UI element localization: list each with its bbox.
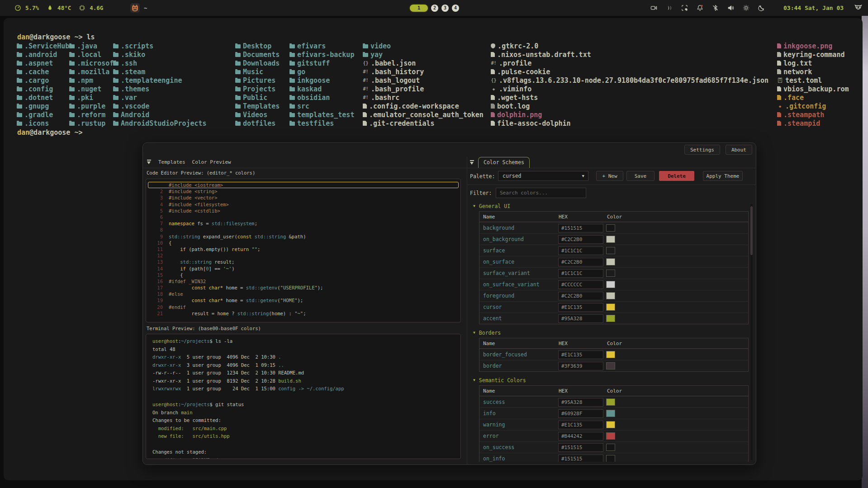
file-entry: .bash_logout bbox=[363, 76, 484, 85]
color-swatch[interactable] bbox=[606, 281, 615, 288]
color-swatch[interactable] bbox=[606, 398, 615, 406]
save-button[interactable]: Save bbox=[626, 171, 655, 181]
folder-icon bbox=[69, 70, 75, 74]
color-table: NameHEXColorbackground#151515on_backgrou… bbox=[479, 211, 749, 324]
color-swatch[interactable] bbox=[606, 247, 615, 254]
hex-input[interactable]: #E1C135 bbox=[558, 303, 603, 312]
top-bar: 5.7% 48°C 4.6G ~ 1 23 bbox=[0, 0, 868, 16]
file-name: .cargo bbox=[24, 76, 49, 85]
color-swatch[interactable] bbox=[606, 292, 615, 299]
color-swatch[interactable] bbox=[606, 315, 615, 322]
scrollbar-thumb[interactable] bbox=[750, 206, 753, 255]
screenshot-icon[interactable] bbox=[681, 5, 688, 11]
file-entry: .git-credentials bbox=[363, 119, 484, 128]
new-palette-button[interactable]: + New bbox=[596, 171, 623, 181]
file-icon bbox=[491, 121, 495, 126]
workspace-1-active[interactable]: 1 bbox=[410, 5, 428, 12]
hex-input[interactable]: #C2C2B0 bbox=[558, 235, 603, 244]
delete-button[interactable]: Delete bbox=[659, 171, 694, 181]
settings-button[interactable]: Settings bbox=[684, 145, 720, 155]
tab-templates[interactable]: Templates bbox=[158, 159, 185, 165]
bluetooth-off-icon[interactable] bbox=[712, 5, 719, 11]
color-swatch[interactable] bbox=[606, 351, 615, 358]
waves-icon[interactable] bbox=[666, 5, 673, 11]
section-header[interactable]: ▼Semantic Colors bbox=[473, 377, 750, 384]
palette-dropdown[interactable]: cursed bbox=[498, 171, 588, 181]
color-row: cursor#E1C135 bbox=[479, 301, 748, 313]
hex-input[interactable]: #151515 bbox=[558, 224, 603, 232]
scrollbar[interactable] bbox=[750, 204, 753, 460]
workspace-2[interactable]: 2 bbox=[431, 5, 438, 12]
section-header[interactable]: ▼General UI bbox=[473, 203, 750, 209]
terminal-line: total 48 bbox=[152, 346, 460, 354]
clock[interactable]: 03:44 Sat, Jan 03 bbox=[783, 0, 844, 16]
file-name: keyring-command bbox=[783, 51, 844, 59]
editor-line: 13 std::string result; bbox=[146, 259, 460, 265]
hex-input[interactable]: #1C1C1C bbox=[558, 246, 603, 255]
color-swatch[interactable] bbox=[606, 236, 615, 243]
color-swatch[interactable] bbox=[606, 362, 615, 370]
hex-input[interactable]: #3F3639 bbox=[558, 362, 603, 370]
hex-input[interactable]: #1C1C1C bbox=[558, 269, 603, 278]
color-swatch[interactable] bbox=[606, 444, 615, 451]
file-icon bbox=[363, 121, 367, 126]
color-swatch[interactable] bbox=[606, 410, 615, 417]
collapse-icon[interactable] bbox=[147, 160, 152, 165]
color-swatch[interactable] bbox=[606, 258, 615, 265]
folder-icon bbox=[17, 44, 22, 48]
tab-color-preview[interactable]: Color Preview bbox=[192, 159, 231, 165]
apply-theme-button[interactable]: Apply Theme bbox=[703, 171, 743, 181]
workspace-3[interactable]: 3 bbox=[441, 5, 449, 12]
folder-icon bbox=[363, 44, 368, 48]
screen-record-icon[interactable] bbox=[650, 5, 657, 11]
folder-icon bbox=[17, 113, 22, 117]
hex-input[interactable]: #C2C2B0 bbox=[558, 258, 603, 266]
search-input[interactable] bbox=[496, 188, 586, 198]
tab-color-schemes[interactable]: Color Schemes bbox=[478, 157, 530, 168]
terminal-line: -rwxr-xr-x 1 user group 8192 Dec 2 10:28… bbox=[152, 377, 460, 385]
hex-input[interactable]: #E1C135 bbox=[558, 421, 603, 429]
file-entry: .ServiceHub bbox=[17, 42, 69, 50]
hex-input[interactable]: #E1C135 bbox=[558, 351, 603, 359]
brightness-icon[interactable] bbox=[743, 5, 749, 11]
hex-input[interactable]: #C2C2B0 bbox=[558, 292, 603, 300]
terminal-app-icon[interactable] bbox=[130, 3, 140, 13]
hex-input[interactable]: #151515 bbox=[558, 455, 603, 462]
color-swatch[interactable] bbox=[606, 421, 615, 428]
ls-column: efivarsefivars-backupgitstuffgoinkgoosek… bbox=[289, 42, 354, 128]
volume-icon[interactable] bbox=[727, 5, 734, 11]
hex-input[interactable]: #60928F bbox=[558, 409, 603, 418]
file-entry: .cargo bbox=[17, 76, 69, 85]
hex-input[interactable]: #CCCCCC bbox=[558, 280, 603, 289]
file-entry: .face bbox=[777, 93, 849, 102]
file-entry: .nuget bbox=[69, 85, 118, 93]
color-swatch[interactable] bbox=[606, 224, 615, 232]
hex-input[interactable]: #95A328 bbox=[558, 398, 603, 407]
editor-line: 5#include <cstdlib> bbox=[146, 208, 460, 214]
owl-logo-icon[interactable] bbox=[854, 4, 863, 12]
hex-input[interactable]: #151515 bbox=[558, 443, 603, 452]
collapse-icon[interactable] bbox=[470, 160, 474, 165]
file-name: .wget-hsts bbox=[497, 94, 538, 102]
folder-icon bbox=[235, 70, 241, 74]
file-entry: obsidian bbox=[289, 93, 354, 102]
file-entry: testfiles bbox=[289, 119, 354, 128]
terminal-line: On branch main bbox=[152, 409, 460, 417]
workspace-4[interactable]: 4 bbox=[452, 5, 459, 12]
file-entry: .v8flags.13.6.233.10-node.27.9180b4da3f0… bbox=[491, 76, 768, 85]
folder-icon bbox=[17, 122, 22, 126]
about-button[interactable]: About bbox=[726, 145, 752, 155]
color-swatch[interactable] bbox=[606, 270, 615, 277]
night-light-off-icon[interactable] bbox=[758, 5, 765, 11]
file-entry: .purple bbox=[69, 102, 118, 110]
color-swatch[interactable] bbox=[606, 303, 615, 311]
hex-input[interactable]: #B44242 bbox=[558, 432, 603, 441]
file-entry: test.toml bbox=[777, 76, 849, 85]
terminal-line: new file: src/utils.hpp bbox=[152, 432, 460, 441]
color-swatch[interactable] bbox=[606, 455, 615, 462]
section-header[interactable]: ▼Borders bbox=[473, 329, 750, 336]
hex-input[interactable]: #95A328 bbox=[558, 314, 603, 323]
color-swatch[interactable] bbox=[606, 432, 615, 440]
terminal-line bbox=[152, 393, 460, 401]
notification-bell-icon[interactable] bbox=[697, 5, 703, 11]
